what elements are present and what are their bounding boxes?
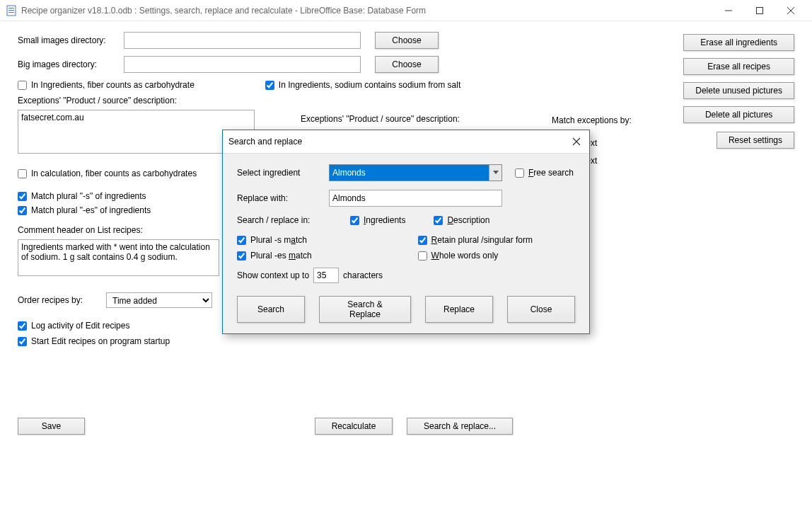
plural-es-label: Match plural "-es" of ingredients <box>31 205 151 215</box>
order-by-select[interactable]: Time added <box>106 292 212 308</box>
fiber-carb-ingredients-checkbox[interactable]: In Ingredients, fiber counts as carbohyd… <box>18 80 195 90</box>
svg-marker-10 <box>493 171 499 174</box>
maximize-button[interactable] <box>744 1 775 21</box>
select-ingredient-combo[interactable]: Almonds <box>329 164 502 181</box>
order-by-label: Order recipes by: <box>18 295 106 305</box>
small-images-dir-input[interactable] <box>124 32 361 49</box>
sodium-salt-checkbox[interactable]: In Ingredients, sodium contains sodium f… <box>265 80 460 90</box>
save-button[interactable]: Save <box>18 418 85 435</box>
choose-big-dir-button[interactable]: Choose <box>375 56 439 73</box>
description-checkbox[interactable]: Description <box>434 215 489 225</box>
dlg-search-button[interactable]: Search <box>237 296 305 323</box>
plural-s-match-checkbox[interactable]: Plural -s match <box>237 235 312 245</box>
start-edit-label: Start Edit recipes on program startup <box>31 336 170 346</box>
delete-unused-pictures-button[interactable]: Delete unused pictures <box>683 82 794 99</box>
select-ingredient-label: Select ingredient <box>237 168 329 178</box>
retain-plural-checkbox[interactable]: Retain plural /singular form <box>418 235 533 245</box>
exceptions-desc-label-2v: Exceptions' "Product / source" descripti… <box>301 114 460 124</box>
search-in-label: Search / replace in: <box>237 215 329 225</box>
chevron-down-icon[interactable] <box>489 165 501 181</box>
log-activity-input[interactable] <box>18 321 27 331</box>
whole-words-checkbox[interactable]: Whole words only <box>418 251 533 261</box>
svg-rect-3 <box>8 12 14 13</box>
dlg-search-replace-button[interactable]: Search & Replace <box>319 296 411 323</box>
dialog-close-button[interactable] <box>569 135 584 149</box>
start-edit-checkbox[interactable]: Start Edit recipes on program startup <box>18 336 794 346</box>
match-exceptions-label: Match exceptions by: <box>552 115 632 125</box>
free-search-label: Free search <box>528 168 574 178</box>
sodium-salt-label: In Ingredients, sodium contains sodium f… <box>279 80 460 90</box>
plural-es-match-checkbox[interactable]: Plural -es match <box>237 251 312 261</box>
close-icon <box>572 137 581 146</box>
app-doc-icon <box>6 5 17 16</box>
context-input[interactable] <box>313 268 339 283</box>
side-button-panel: Erase all ingredients Erase all recipes … <box>683 34 794 149</box>
plural-es-input[interactable] <box>18 206 27 215</box>
sodium-salt-input[interactable] <box>265 81 274 90</box>
ingredients-checkbox[interactable]: Ingredients <box>350 215 405 225</box>
exceptions-textarea-1[interactable]: fatsecret.com.au <box>18 110 255 154</box>
start-edit-input[interactable] <box>18 337 27 346</box>
free-search-checkbox[interactable]: Free search <box>515 168 574 178</box>
dlg-replace-button[interactable]: Replace <box>425 296 493 323</box>
choose-small-dir-button[interactable]: Choose <box>375 32 439 49</box>
svg-rect-5 <box>757 7 763 13</box>
erase-ingredients-button[interactable]: Erase all ingredients <box>683 34 794 51</box>
fiber-calc-label: In calculation, fiber counts as carbohyd… <box>31 168 197 178</box>
replace-with-label: Replace with: <box>237 193 329 203</box>
erase-recipes-button[interactable]: Erase all recipes <box>683 58 794 75</box>
comment-header-textarea[interactable]: Ingredients marked with * went into the … <box>18 239 219 276</box>
minimize-button[interactable] <box>713 1 744 21</box>
big-images-dir-label: Big images directory: <box>18 59 124 69</box>
search-replace-button[interactable]: Search & replace... <box>407 418 513 435</box>
select-ingredient-value: Almonds <box>332 168 366 178</box>
window-title: Recipe organizer v18.1.0.odb : Settings,… <box>21 6 713 16</box>
dialog-title: Search and replace <box>228 137 569 147</box>
characters-label: characters <box>343 270 383 280</box>
exceptions-desc-label-1: Exceptions' "Product / source" descripti… <box>18 96 255 105</box>
search-replace-dialog: Search and replace Select ingredient Alm… <box>222 130 590 334</box>
recalculate-button[interactable]: Recalculate <box>315 418 393 435</box>
plural-s-label: Match plural "-s" of ingredients <box>31 191 146 201</box>
context-label: Show context up to <box>237 270 309 280</box>
small-images-dir-label: Small images directory: <box>18 35 124 45</box>
window-titlebar: Recipe organizer v18.1.0.odb : Settings,… <box>0 0 812 21</box>
svg-rect-1 <box>8 8 14 8</box>
svg-rect-2 <box>8 10 14 11</box>
log-activity-label: Log activity of Edit recipes <box>31 321 129 331</box>
fiber-calc-input[interactable] <box>18 169 27 178</box>
reset-settings-button[interactable]: Reset settings <box>717 132 794 149</box>
dlg-close-button[interactable]: Close <box>507 296 575 323</box>
plural-s-input[interactable] <box>18 192 27 201</box>
big-images-dir-input[interactable] <box>124 56 361 73</box>
replace-with-input[interactable] <box>329 190 502 207</box>
fiber-carb-ing-input[interactable] <box>18 81 27 90</box>
fiber-carb-ing-label: In Ingredients, fiber counts as carbohyd… <box>31 80 195 90</box>
delete-all-pictures-button[interactable]: Delete all pictures <box>683 106 794 123</box>
close-button[interactable] <box>775 1 806 21</box>
free-search-input[interactable] <box>515 168 524 178</box>
